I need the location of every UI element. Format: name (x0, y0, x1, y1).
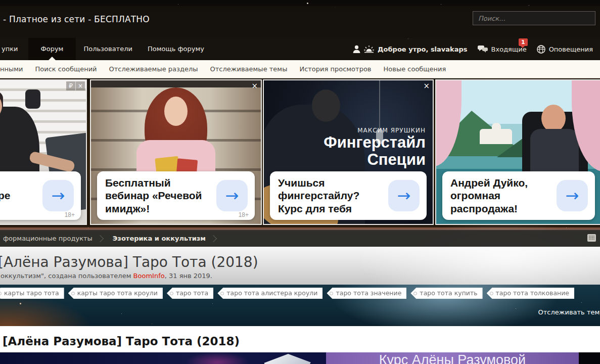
quick-nav-grid-button[interactable] (587, 234, 596, 242)
alerts-label: Оповещения (549, 46, 593, 53)
subnav-watched-forums[interactable]: Отслеживаемые разделы (109, 65, 198, 73)
post-heading: [Алёна Разумова] Таро Тота (2018) (3, 335, 240, 348)
post-content: [Алёна Разумова] Таро Тота (2018) Курс А… (0, 326, 600, 364)
byline-prefix: оккультизм", создана пользователем (1, 272, 133, 280)
inbox-link[interactable]: 1 Входящие (478, 46, 527, 53)
user-icon (353, 45, 360, 53)
ad1-arrow-button[interactable]: → (42, 180, 74, 211)
background-stars (0, 0, 1, 1)
tag-chip[interactable]: карты таро тота кроули (68, 288, 163, 299)
tag-chip[interactable]: таро тота купить (410, 288, 482, 299)
conversations-icon (478, 46, 488, 53)
ad3-brand-text: МАКСИМ ЯРУШКИН (357, 127, 426, 134)
ad3-headline-line1: Фингерстайл (324, 134, 426, 151)
banner-title: Курс Алёны Разумовой (379, 352, 526, 364)
ad4-card: Андрей Дуйко, огромная распродажа! → (442, 171, 595, 220)
tab-purchases[interactable]: упки (0, 38, 24, 60)
ad2-arrow-button[interactable]: → (216, 180, 248, 211)
ad2-text: Бесплатный вебинар «Речевой имидж»! (97, 176, 216, 215)
subnav-search-posts[interactable]: Поиск сообщений (35, 65, 97, 73)
subnav-history[interactable]: История просмотров (299, 65, 371, 73)
ad1-age-label: 18+ (65, 211, 75, 218)
breadcrumb-item-esoterics[interactable]: Эзотерика и оккультизм (108, 235, 208, 242)
chevron-right-icon (210, 235, 217, 242)
sunrise-icon (364, 46, 374, 53)
subnav-watched-threads[interactable]: Отслеживаемые темы (210, 65, 288, 73)
ads-row: ₽ × ре → 18+ × Бесплатный вебинар «Речев… (0, 79, 600, 225)
ad-ruble-icon[interactable]: ₽ (66, 81, 76, 90)
tab-help[interactable]: Помощь форуму (140, 38, 212, 60)
ad3-arrow-button[interactable]: → (388, 180, 420, 211)
course-banner-image[interactable]: Курс Алёны Разумовой (0, 352, 600, 364)
search-box (473, 11, 595, 25)
search-input[interactable] (473, 12, 600, 25)
ad1-text: ре (0, 189, 42, 202)
banner-title-band: Курс Алёны Разумовой (326, 352, 579, 364)
watch-thread-link[interactable]: Отслеживать тему (538, 308, 600, 316)
ad-banner-1[interactable]: ₽ × ре → 18+ (0, 79, 87, 225)
tag-chip[interactable]: таро тота толкование (487, 288, 574, 299)
ad4-arrow-button[interactable]: → (557, 180, 588, 211)
ad3-headline-line2: Специи (324, 151, 426, 168)
grid-icon (589, 236, 594, 240)
globe-icon (537, 45, 545, 54)
ad3-headline: Фингерстайл Специи (324, 134, 426, 168)
ad-close-icon[interactable]: × (76, 81, 85, 90)
author-link[interactable]: BoomInfo (133, 272, 165, 280)
ad2-age-label: 18+ (239, 211, 249, 218)
greeting-text: Доброе утро, slavakaps (378, 46, 468, 53)
subnav-new-posts[interactable]: Новые сообщения (384, 65, 446, 73)
tags-row: карты таро тота карты таро тота кроули т… (0, 288, 574, 299)
breadcrumb-item-products[interactable]: формационные продукты (0, 235, 95, 242)
ad4-text: Андрей Дуйко, огромная распродажа! (442, 176, 557, 215)
tag-chip[interactable]: таро тота значение (327, 288, 406, 299)
alerts-link[interactable]: Оповещения (537, 45, 593, 54)
banner-right-edge (579, 352, 600, 364)
ad3-text: Учишься фингерстайлу? Курс для тебя (270, 176, 388, 215)
tag-chip[interactable]: таро тота (167, 288, 213, 299)
thread-byline: оккультизм", создана пользователем BoomI… (1, 272, 212, 280)
ad-banner-4[interactable]: Андрей Дуйко, огромная распродажа! → (435, 79, 600, 225)
ad2-card: Бесплатный вебинар «Речевой имидж»! → 18… (97, 171, 255, 220)
banner-left-art (0, 352, 326, 364)
inbox-badge: 1 (519, 38, 528, 46)
tag-chip[interactable]: карты таро тота (0, 288, 64, 299)
tags-band: карты таро тота карты таро тота кроули т… (0, 285, 600, 326)
tag-chip[interactable]: таро тота алистера кроули (217, 288, 322, 299)
top-header: - Платное из сети - БЕСПЛАТНО (0, 6, 600, 38)
ad1-card: ре → 18+ (0, 171, 81, 220)
user-greeting[interactable]: Доброе утро, slavakaps (353, 45, 468, 53)
ad-close-icon[interactable]: × (423, 82, 430, 90)
ad3-card: Учишься фингерстайлу? Курс для тебя → (270, 171, 427, 220)
subnav-mark-read[interactable]: нными (0, 65, 23, 73)
byline-suffix: , 31 янв 2019. (165, 272, 212, 280)
thread-title: [Алёна Разумова] Таро Тота (2018) (0, 254, 258, 270)
crystal-icon (253, 354, 324, 364)
ad-close-icon[interactable]: × (251, 82, 258, 90)
nav-tabs: упки Форум Пользователи Помощь форуму (0, 38, 212, 60)
ad-banner-3[interactable]: × МАКСИМ ЯРУШКИН Фингерстайл Специи Учиш… (263, 79, 434, 225)
subnav-bar: нными Поиск сообщений Отслеживаемые разд… (0, 60, 600, 78)
breadcrumb: формационные продукты Эзотерика и оккуль… (0, 230, 600, 247)
tab-users[interactable]: Пользователи (76, 38, 140, 60)
forum-page: - Платное из сети - БЕСПЛАТНО упки Форум… (0, 0, 600, 364)
nav-right-group: Доброе утро, slavakaps 1 Входящие (353, 38, 593, 60)
chevron-right-icon (97, 235, 104, 242)
thread-header: [Алёна Разумова] Таро Тота (2018) оккуль… (0, 247, 600, 285)
ad1-controls: ₽ × (66, 81, 85, 90)
site-title: - Платное из сети - БЕСПЛАТНО (3, 14, 150, 24)
ad-banner-2[interactable]: × Бесплатный вебинар «Речевой имидж»! → … (90, 79, 262, 225)
main-navbar: упки Форум Пользователи Помощь форуму До (0, 38, 600, 60)
tab-forum[interactable]: Форум (28, 38, 76, 60)
